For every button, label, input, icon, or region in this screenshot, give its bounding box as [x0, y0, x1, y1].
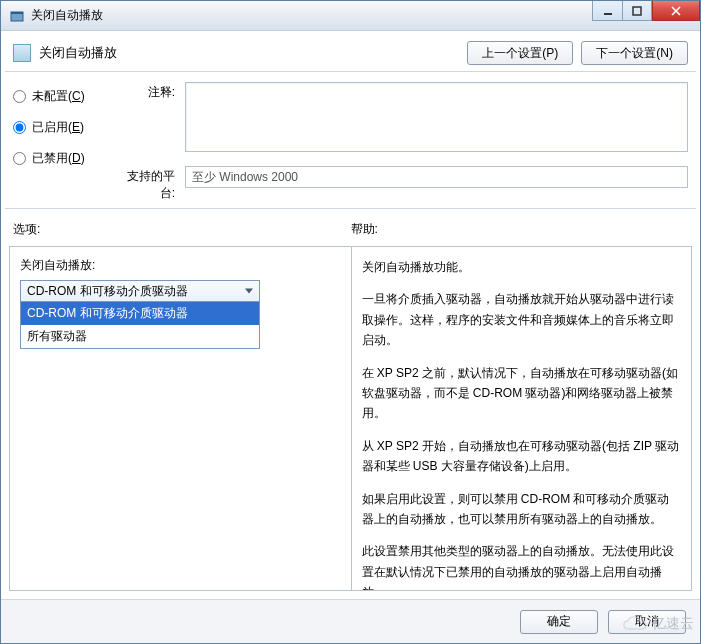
- help-paragraph: 一旦将介质插入驱动器，自动播放就开始从驱动器中进行读取操作。这样，程序的安装文件…: [362, 289, 682, 350]
- help-section-label: 帮助:: [351, 221, 689, 238]
- radio-disabled-label: 已禁用(D): [32, 150, 85, 167]
- nav-buttons: 上一个设置(P) 下一个设置(N): [467, 41, 688, 65]
- previous-setting-button[interactable]: 上一个设置(P): [467, 41, 573, 65]
- window-title: 关闭自动播放: [31, 7, 103, 24]
- autoplay-combobox: CD-ROM 和可移动介质驱动器 CD-ROM 和可移动介质驱动器 所有驱动器: [20, 280, 260, 349]
- platform-label: 支持的平台:: [113, 166, 185, 202]
- dialog-footer: 确定 取消: [1, 599, 700, 643]
- page-title: 关闭自动播放: [39, 44, 117, 62]
- policy-icon: [13, 44, 31, 62]
- help-paragraph: 从 XP SP2 开始，自动播放也在可移动驱动器(包括 ZIP 驱动器和某些 U…: [362, 436, 682, 477]
- help-text: 关闭自动播放功能。 一旦将介质插入驱动器，自动播放就开始从驱动器中进行读取操作。…: [362, 257, 682, 591]
- titlebar: 关闭自动播放: [1, 1, 700, 31]
- divider: [5, 208, 696, 209]
- radio-not-configured-input[interactable]: [13, 90, 26, 103]
- app-icon: [9, 8, 25, 24]
- combobox-dropdown: CD-ROM 和可移动介质驱动器 所有驱动器: [20, 302, 260, 349]
- header: 关闭自动播放 上一个设置(P) 下一个设置(N): [1, 31, 700, 71]
- minimize-icon: [603, 6, 613, 16]
- svg-rect-3: [633, 7, 641, 15]
- comment-label: 注释:: [113, 82, 185, 101]
- config-section: 未配置(C) 已启用(E) 已禁用(D) 注释: 支持的平台: 至少 Windo…: [1, 72, 700, 208]
- options-panel: 关闭自动播放: CD-ROM 和可移动介质驱动器 CD-ROM 和可移动介质驱动…: [9, 246, 351, 591]
- help-paragraph: 如果启用此设置，则可以禁用 CD-ROM 和可移动介质驱动器上的自动播放，也可以…: [362, 489, 682, 530]
- dialog-window: 关闭自动播放 关闭自动播放 上一个设置(P) 下一个设置(N): [0, 0, 701, 644]
- close-icon: [671, 6, 681, 16]
- radio-not-configured-label: 未配置(C): [32, 88, 85, 105]
- radio-disabled-input[interactable]: [13, 152, 26, 165]
- comment-grid: 注释: 支持的平台: 至少 Windows 2000: [113, 82, 688, 202]
- radio-not-configured[interactable]: 未配置(C): [13, 88, 113, 105]
- window-controls: [592, 1, 700, 21]
- platform-value: 至少 Windows 2000: [185, 166, 688, 188]
- radio-enabled-label: 已启用(E): [32, 119, 84, 136]
- minimize-button[interactable]: [592, 1, 622, 21]
- combobox-option[interactable]: CD-ROM 和可移动介质驱动器: [21, 302, 259, 325]
- cancel-button[interactable]: 取消: [608, 610, 686, 634]
- radio-enabled[interactable]: 已启用(E): [13, 119, 113, 136]
- maximize-icon: [632, 6, 642, 16]
- next-setting-button[interactable]: 下一个设置(N): [581, 41, 688, 65]
- help-paragraph: 在 XP SP2 之前，默认情况下，自动播放在可移动驱动器(如软盘驱动器，而不是…: [362, 363, 682, 424]
- split-panels: 关闭自动播放: CD-ROM 和可移动介质驱动器 CD-ROM 和可移动介质驱动…: [1, 242, 700, 599]
- svg-rect-2: [604, 13, 612, 15]
- ok-button[interactable]: 确定: [520, 610, 598, 634]
- radio-disabled[interactable]: 已禁用(D): [13, 150, 113, 167]
- help-paragraph: 此设置禁用其他类型的驱动器上的自动播放。无法使用此设置在默认情况下已禁用的自动播…: [362, 541, 682, 591]
- help-panel: 关闭自动播放功能。 一旦将介质插入驱动器，自动播放就开始从驱动器中进行读取操作。…: [351, 246, 693, 591]
- section-labels: 选项: 帮助:: [1, 213, 700, 242]
- options-section-label: 选项:: [13, 221, 351, 238]
- state-radio-group: 未配置(C) 已启用(E) 已禁用(D): [13, 82, 113, 202]
- comment-textarea[interactable]: [185, 82, 688, 152]
- help-paragraph: 关闭自动播放功能。: [362, 257, 682, 277]
- close-button[interactable]: [652, 1, 700, 21]
- option-title: 关闭自动播放:: [20, 257, 341, 274]
- svg-rect-1: [11, 12, 23, 14]
- combobox-field[interactable]: CD-ROM 和可移动介质驱动器: [20, 280, 260, 302]
- combobox-option[interactable]: 所有驱动器: [21, 325, 259, 348]
- radio-enabled-input[interactable]: [13, 121, 26, 134]
- maximize-button[interactable]: [622, 1, 652, 21]
